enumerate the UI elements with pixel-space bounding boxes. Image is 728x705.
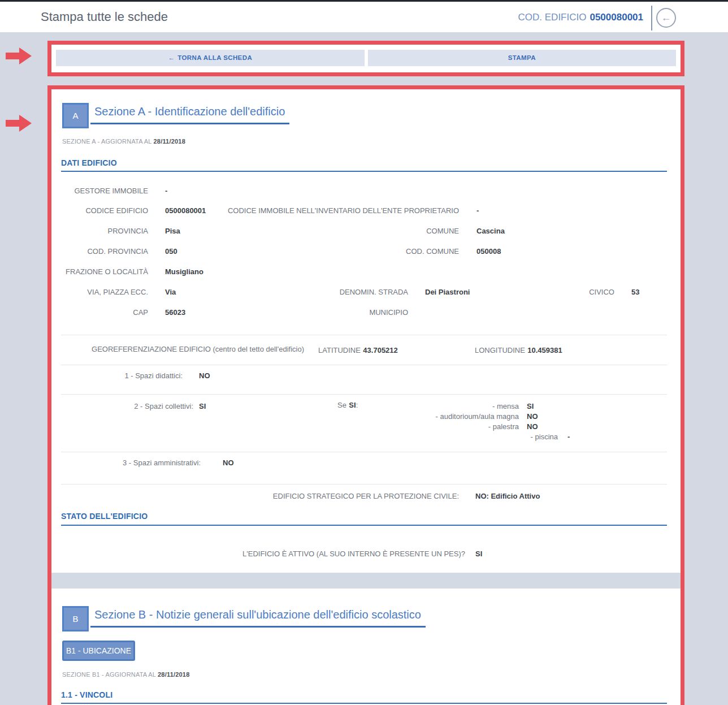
auditorium-label: - auditorioum/aula magna: [334, 412, 519, 421]
spazi-didattici-value: NO: [199, 371, 210, 380]
mensa-label: - mensa: [334, 402, 519, 410]
dati-edificio-underline: [61, 171, 667, 172]
comune-value: Cascina: [476, 227, 505, 235]
stampa-button[interactable]: STAMPA: [368, 50, 677, 66]
section-a-meta-label: SEZIONE A - AGGIORNATA AL: [62, 138, 151, 145]
via-label: VIA, PIAZZA ECC.: [51, 288, 148, 296]
section-a-title: Sezione A - Identificazione dell'edifici…: [94, 105, 285, 118]
longitudine-value: 10.459381: [527, 346, 562, 354]
edificio-attivo-label: L'EDIFICIO È ATTIVO (AL SUO INTERNO È PR…: [164, 550, 465, 558]
section-a-meta: SEZIONE A - AGGIORNATA AL 28/11/2018: [62, 138, 185, 145]
section-a-badge: A: [62, 103, 89, 128]
codice-edificio-value: 0500080001: [165, 206, 206, 215]
frazione-label: FRAZIONE O LOCALITÀ: [51, 267, 148, 276]
page-title: Stampa tutte le schede: [41, 10, 168, 24]
latitudine-value: 43.705212: [363, 346, 397, 354]
longitudine-label: LONGITUDINE: [475, 346, 525, 354]
codice-immobile-label: CODICE IMMOBILE NELL'INVENTARIO DELL'ENT…: [221, 206, 459, 215]
strategico-value: NO: Edificio Attivo: [475, 492, 540, 500]
denom-strada-label: DENOMIN. STRADA: [278, 288, 408, 296]
section-b-title-wrap: Sezione B - Notizie generali sull'ubicaz…: [90, 608, 426, 628]
back-button[interactable]: ←: [656, 8, 676, 28]
frazione-value: Musigliano: [165, 267, 203, 276]
cod-provincia-label: COD. PROVINCIA: [51, 247, 148, 256]
spazi-didattici-label: 1 - Spazi didattici:: [51, 371, 183, 380]
building-code-value: 0500080001: [590, 12, 643, 23]
codice-immobile-value: -: [476, 206, 479, 215]
divider: [61, 365, 667, 365]
auditorium-value: NO: [527, 412, 538, 421]
palestra-label: - palestra: [334, 422, 519, 431]
building-code: COD. EDIFICIO0500080001: [518, 12, 643, 23]
section-b-title: Sezione B - Notizie generali sull'ubicaz…: [94, 608, 421, 621]
annotation-arrow-section: [6, 115, 32, 132]
building-code-label: COD. EDIFICIO: [518, 12, 587, 23]
header: Stampa tutte le schede COD. EDIFICIO0500…: [0, 2, 728, 32]
denom-strada-value: Dei Piastroni: [425, 288, 470, 296]
spazi-amministrativi-label: 3 - Spazi amministrativi:: [51, 459, 201, 467]
longitudine-field: LONGITUDINE 10.459381: [475, 345, 562, 355]
spazi-collettivi-label: 2 - Spazi collettivi:: [51, 402, 193, 410]
palestra-value: NO: [527, 422, 538, 431]
cap-label: CAP: [51, 308, 148, 317]
vincoli-underline: [61, 703, 667, 704]
header-divider: [651, 6, 652, 31]
spazi-collettivi-value: SI: [199, 402, 206, 410]
via-value: Via: [165, 288, 176, 296]
section-b1-meta-date: 28/11/2018: [158, 671, 189, 678]
back-arrow-icon: ←: [661, 12, 671, 23]
gestore-label: GESTORE IMMOBILE: [51, 187, 148, 195]
civico-value: 53: [631, 288, 639, 296]
vincoli-heading: 1.1 - VINCOLI: [61, 690, 112, 699]
latitudine-label: LATITUDINE: [318, 346, 361, 354]
comune-label: COMUNE: [221, 227, 459, 235]
mensa-value: SI: [527, 402, 534, 410]
gestore-value: -: [165, 187, 167, 195]
cod-provincia-value: 050: [165, 247, 177, 256]
annotation-arrow-toolbar: [6, 47, 32, 64]
divider: [61, 484, 667, 485]
spazi-amministrativi-value: NO: [223, 459, 234, 467]
civico-label: CIVICO: [532, 288, 614, 296]
latitudine-field: LATITUDINE 43.705212: [318, 345, 398, 355]
section-b1-meta: SEZIONE B1 - AGGIORNATA AL 28/11/2018: [62, 671, 189, 678]
torna-alla-scheda-label: TORNA ALLA SCHEDA: [177, 54, 252, 61]
content-annotation-box: A Sezione A - Identificazione dell'edifi…: [47, 85, 684, 705]
geo-label: GEOREFERENZIAZIONE EDIFICIO (centro del …: [51, 345, 304, 353]
torna-alla-scheda-button[interactable]: ←TORNA ALLA SCHEDA: [56, 50, 365, 66]
section-a-title-wrap: Sezione A - Identificazione dell'edifici…: [90, 105, 289, 124]
edificio-attivo-value: SI: [475, 550, 482, 558]
section-b-badge: B: [62, 606, 89, 632]
cap-value: 56023: [165, 308, 185, 317]
divider: [61, 335, 667, 335]
stato-edificio-heading: STATO DELL'EDIFICIO: [61, 512, 148, 521]
provincia-value: Pisa: [165, 227, 180, 235]
stampa-label: STAMPA: [508, 54, 536, 61]
dati-edificio-heading: DATI EDIFICIO: [61, 158, 117, 167]
page: Stampa tutte le schede COD. EDIFICIO0500…: [0, 0, 728, 705]
section-separator-band: [51, 573, 681, 589]
divider: [61, 394, 667, 395]
toolbar-annotation-box: ←TORNA ALLA SCHEDA STAMPA: [47, 41, 684, 76]
b1-ubicazione-button[interactable]: B1 - UBICAZIONE: [62, 641, 135, 661]
strategico-label: EDIFICIO STRATEGICO PER LA PROTEZIONE CI…: [164, 492, 459, 500]
back-arrow-icon: ←: [168, 54, 175, 61]
municipio-label: MUNICIPIO: [278, 308, 408, 317]
cod-comune-label: COD. COMUNE: [221, 247, 459, 256]
divider: [61, 452, 667, 452]
codice-edificio-label: CODICE EDIFICIO: [51, 206, 148, 215]
cod-comune-value: 050008: [476, 247, 501, 256]
piscina-label: - piscina: [334, 432, 558, 441]
section-b1-meta-label: SEZIONE B1 - AGGIORNATA AL: [62, 671, 156, 678]
provincia-label: PROVINCIA: [51, 227, 148, 235]
section-a-meta-date: 28/11/2018: [154, 138, 185, 145]
stato-edificio-underline: [61, 525, 667, 526]
piscina-value: -: [567, 432, 570, 441]
